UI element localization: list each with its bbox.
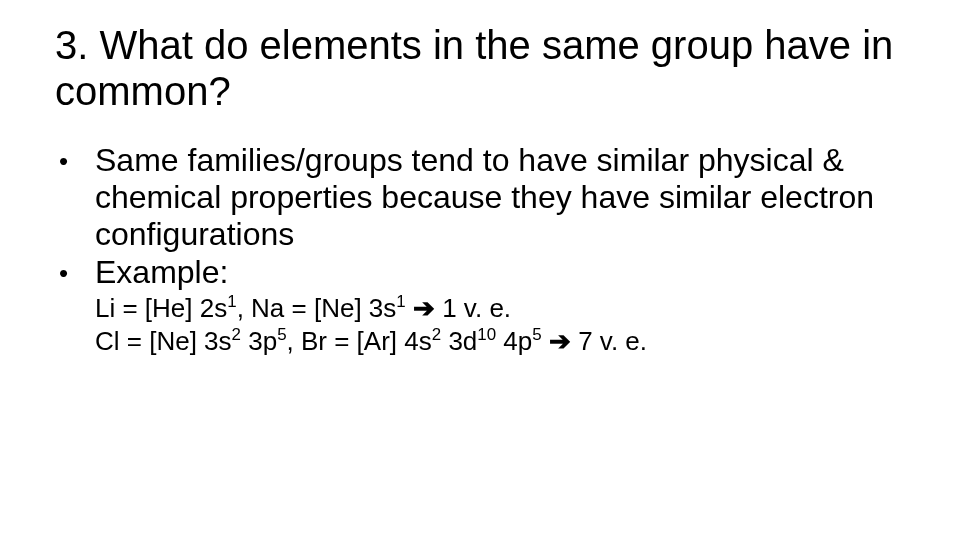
- bullet-text: Same families/groups tend to have simila…: [95, 142, 874, 252]
- text-run: Cl = [Ne] 3s: [95, 326, 232, 356]
- bullet-item: •Same families/groups tend to have simil…: [77, 142, 905, 252]
- arrow-icon: ➔: [542, 326, 578, 356]
- superscript: 5: [277, 326, 286, 345]
- superscript: 5: [532, 326, 541, 345]
- text-run: 3d: [441, 326, 477, 356]
- text-run: 4p: [496, 326, 532, 356]
- superscript: 10: [477, 326, 496, 345]
- example-line: Li = [He] 2s1, Na = [Ne] 3s1 ➔ 1 v. e.: [95, 293, 905, 324]
- text-run: , Br = [Ar] 4s: [287, 326, 432, 356]
- text-run: , Na = [Ne] 3s: [237, 293, 397, 323]
- slide: 3. What do elements in the same group ha…: [0, 0, 960, 540]
- text-run: 1 v. e.: [442, 293, 511, 323]
- example-line: Cl = [Ne] 3s2 3p5, Br = [Ar] 4s2 3d10 4p…: [95, 326, 905, 357]
- bullet-text: Example:: [95, 254, 228, 290]
- superscript: 2: [432, 326, 441, 345]
- text-run: 7 v. e.: [578, 326, 647, 356]
- text-run: Li = [He] 2s: [95, 293, 227, 323]
- superscript: 1: [396, 293, 405, 312]
- text-run: 3p: [241, 326, 277, 356]
- bullet-icon: •: [77, 259, 95, 289]
- slide-title: 3. What do elements in the same group ha…: [55, 22, 905, 114]
- superscript: 1: [227, 293, 236, 312]
- superscript: 2: [232, 326, 241, 345]
- bullet-icon: •: [77, 147, 95, 177]
- slide-body: •Same families/groups tend to have simil…: [55, 142, 905, 358]
- arrow-icon: ➔: [406, 293, 442, 323]
- bullet-item: •Example:: [77, 254, 905, 291]
